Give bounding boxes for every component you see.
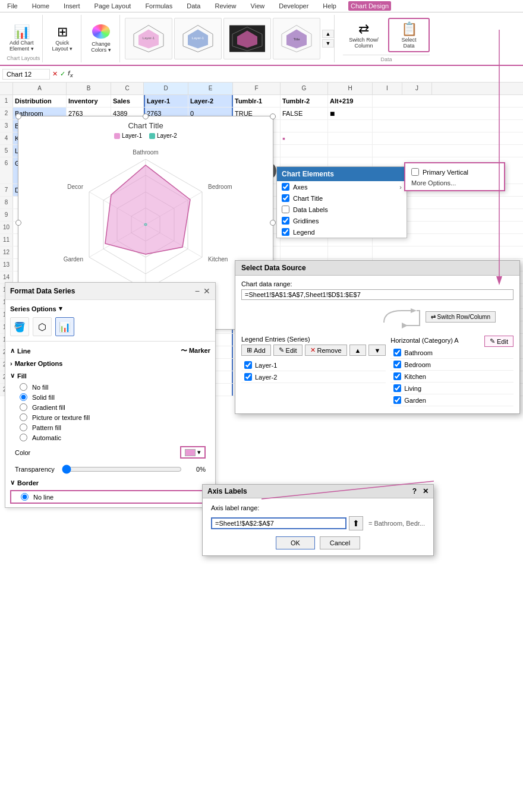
range-input[interactable] (241, 289, 513, 300)
marker-options-subsection[interactable]: › Marker Options (10, 358, 210, 369)
edit-legend-button[interactable]: ✎ Edit (273, 345, 303, 356)
chart-style-3[interactable] (223, 18, 271, 59)
more-options-link[interactable]: More Options... (405, 178, 504, 188)
fill-subsection[interactable]: ∨ Fill (10, 369, 210, 382)
color-picker-button[interactable]: ▾ (180, 446, 206, 459)
cell-g12[interactable] (281, 247, 328, 258)
category-bedroom[interactable]: Bedroom (390, 359, 513, 371)
cell-reference[interactable]: Chart 12 (2, 69, 50, 80)
menu-data[interactable]: Data (184, 1, 203, 11)
format-shape-icon-btn[interactable]: ⬡ (33, 317, 52, 336)
resize-handle-tr[interactable] (270, 113, 276, 119)
cell-g1[interactable]: Tumblr-2 (281, 95, 328, 107)
resize-handle-right[interactable] (270, 220, 276, 226)
format-panel-minimize[interactable]: − (195, 286, 200, 296)
quick-layout-button[interactable]: ⊞ QuickLayout ▾ (48, 18, 78, 59)
menu-insert[interactable]: Insert (61, 1, 83, 11)
layer2-checkbox[interactable] (244, 373, 252, 381)
cell-a1[interactable]: Distribution (13, 95, 67, 107)
layer1-checkbox[interactable] (244, 361, 252, 369)
category-garden[interactable]: Garden (390, 394, 513, 406)
line-subsection[interactable]: ∧ Line 〜 Marker (10, 344, 210, 358)
axis-cancel-button[interactable]: Cancel (320, 536, 360, 549)
bathroom-checkbox[interactable] (393, 349, 401, 356)
menu-file[interactable]: File (5, 1, 20, 11)
category-kitchen[interactable]: Kitchen (390, 371, 513, 383)
add-chart-element-button[interactable]: 📊 Add ChartElement ▾ (5, 18, 39, 59)
menu-help[interactable]: Help (320, 1, 339, 11)
primary-vertical-item[interactable]: Primary Vertical (405, 166, 504, 178)
pattern-fill-radio[interactable] (20, 424, 27, 431)
cell-g3[interactable] (281, 120, 328, 132)
menu-home[interactable]: Home (30, 1, 52, 11)
menu-developer[interactable]: Developer (276, 1, 311, 11)
col-header-h[interactable]: H (328, 83, 373, 94)
menu-view[interactable]: View (248, 1, 267, 11)
insert-function-icon[interactable]: fx (68, 69, 73, 78)
picture-fill-radio[interactable] (20, 413, 27, 421)
formula-input[interactable] (75, 69, 521, 79)
col-header-b[interactable]: B (67, 83, 111, 94)
col-header-g[interactable]: G (281, 83, 328, 94)
resize-handle-left[interactable] (15, 220, 21, 226)
chart-title-checkbox[interactable] (282, 194, 289, 202)
cell-f1[interactable]: Tumblr-1 (233, 95, 281, 107)
resize-handle-tl[interactable] (15, 113, 21, 119)
remove-legend-button[interactable]: ✕ Remove (305, 345, 347, 356)
edit-category-button[interactable]: ✎ Edit (484, 336, 513, 347)
garden-checkbox[interactable] (393, 396, 401, 404)
axes-checkbox[interactable] (282, 183, 289, 191)
category-living[interactable]: Living (390, 383, 513, 394)
legend-item-layer2[interactable]: Layer-2 (241, 371, 386, 383)
col-header-d[interactable]: D (144, 83, 188, 94)
automatic-radio[interactable] (20, 434, 27, 441)
cell-d1[interactable]: Layer-1 (144, 95, 188, 107)
living-checkbox[interactable] (393, 384, 401, 392)
cell-g5[interactable] (281, 145, 328, 157)
col-header-i[interactable]: I (373, 83, 402, 94)
axis-ok-button[interactable]: OK (276, 536, 315, 549)
format-chart-icon-btn[interactable]: 📊 (55, 317, 74, 336)
add-legend-button[interactable]: ⊞ Add (241, 345, 271, 356)
cell-h12[interactable] (328, 247, 373, 258)
format-panel-close[interactable]: ✕ (203, 286, 210, 296)
gridlines-checkbox[interactable] (282, 217, 289, 225)
cell-e1[interactable]: Layer-2 (188, 95, 233, 107)
kitchen-checkbox[interactable] (393, 372, 401, 380)
switch-row-column-button[interactable]: ⇄ Switch Row/Column (343, 19, 385, 51)
axis-range-input[interactable] (211, 517, 346, 529)
axis-dialog-question[interactable]: ? (412, 487, 417, 495)
format-fill-icon-btn[interactable]: 🪣 (10, 317, 29, 336)
no-line-radio[interactable] (21, 493, 29, 501)
axis-dialog-close[interactable]: ✕ (423, 487, 429, 495)
change-colors-button[interactable]: ChangeColors ▾ (86, 18, 116, 59)
primary-vertical-checkbox[interactable] (411, 168, 419, 176)
col-header-f[interactable]: F (233, 83, 281, 94)
transparency-slider[interactable] (62, 465, 182, 474)
menu-page-layout[interactable]: Page Layout (92, 1, 134, 11)
select-data-button[interactable]: 📋 SelectData (388, 18, 430, 52)
menu-review[interactable]: Review (212, 1, 238, 11)
cell-h5[interactable] (328, 145, 373, 157)
legend-item-layer1[interactable]: Layer-1 (241, 359, 386, 371)
up-legend-button[interactable]: ▲ (349, 345, 367, 356)
cell-h4[interactable] (328, 132, 373, 144)
cell-c1[interactable]: Sales (111, 95, 144, 107)
cell-h1[interactable]: Alt+219 (328, 95, 373, 107)
confirm-formula-icon[interactable]: ✓ (60, 70, 65, 78)
chart-style-4[interactable]: Title (273, 18, 320, 59)
col-header-j[interactable]: J (402, 83, 432, 94)
cell-h2[interactable]: ■ (328, 108, 373, 119)
axis-range-upload-button[interactable]: ⬆ (349, 516, 363, 530)
down-legend-button[interactable]: ▼ (368, 345, 386, 356)
chart-style-down[interactable]: ▼ (322, 39, 334, 48)
resize-handle-top[interactable] (143, 113, 149, 119)
menu-chart-design[interactable]: Chart Design (348, 1, 391, 11)
no-fill-radio[interactable] (20, 383, 27, 391)
solid-fill-radio[interactable] (20, 393, 27, 401)
switch-row-column-dialog-button[interactable]: ⇄ Switch Row/Column (426, 311, 496, 323)
col-header-e[interactable]: E (188, 83, 233, 94)
gradient-fill-radio[interactable] (20, 403, 27, 411)
cell-h3[interactable]: ■ (328, 120, 373, 132)
cell-g4[interactable]: ▪ (281, 132, 328, 144)
